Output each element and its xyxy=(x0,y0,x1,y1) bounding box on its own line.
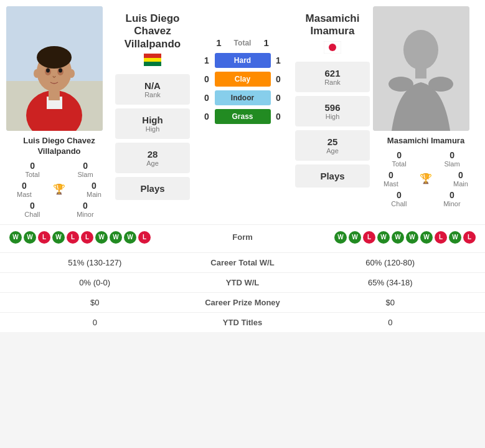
left-main-stat: 0 Main xyxy=(87,181,101,198)
hard-badge: Hard xyxy=(215,53,271,68)
stats-center-label: YTD W/L xyxy=(181,278,305,287)
indoor-row: 0 Indoor 0 xyxy=(199,90,286,105)
svg-point-11 xyxy=(59,69,62,73)
right-minor-stat: 0 Minor xyxy=(443,190,461,207)
svg-point-21 xyxy=(403,30,438,70)
stats-left-value: 0% (0-0) xyxy=(9,278,181,287)
form-badge-l: L xyxy=(81,231,93,244)
stats-center-label: YTD Titles xyxy=(181,318,305,327)
right-player-name: Masamichi Imamura xyxy=(373,136,479,146)
right-mast-stat: 0 Mast xyxy=(384,170,398,188)
stats-center-label: Career Prize Money xyxy=(181,298,305,307)
svg-point-10 xyxy=(46,69,50,73)
grass-badge: Grass xyxy=(215,109,271,124)
left-player-photo xyxy=(6,6,103,131)
stats-right-value: 65% (34-18) xyxy=(305,278,476,287)
form-badge-w: W xyxy=(449,231,461,244)
left-plays-box: Plays xyxy=(115,177,190,200)
left-player-name: Luis Diego Chavez Villalpando xyxy=(6,136,112,157)
stats-bottom-row: 0YTD Titles0 xyxy=(0,312,485,332)
court-comparison-column: 1 Total 1 1 Hard 1 0 Clay 0 0 Indoor xyxy=(193,6,292,218)
stats-bottom-row: 0% (0-0)YTD W/L65% (34-18) xyxy=(0,272,485,292)
form-badge-w: W xyxy=(24,231,36,244)
right-player-column: Masamichi Imamura 0 Total 0 Slam 0 Mast … xyxy=(373,6,479,218)
stats-bottom-row: $0Career Prize Money$0 xyxy=(0,292,485,312)
left-chall-stat: 0 Chall xyxy=(24,201,40,218)
svg-point-19 xyxy=(329,44,336,51)
right-form-badges: WWLWWWWLWL xyxy=(334,231,476,244)
stats-right-value: $0 xyxy=(305,298,476,307)
svg-rect-14 xyxy=(49,89,60,100)
form-badge-w: W xyxy=(334,231,347,244)
form-badge-l: L xyxy=(138,231,151,244)
form-row: WWLWLLWWWL Form WWLWWWWLWL xyxy=(9,231,476,244)
form-badge-w: W xyxy=(52,231,65,244)
left-stats-column: Luis Diego Chavez Villalpando N/A Rank H… xyxy=(115,6,190,218)
right-rank-box: 621 Rank xyxy=(295,62,370,92)
stats-right-value: 60% (120-80) xyxy=(305,258,476,267)
left-player-name-header: Luis Diego Chavez Villalpando xyxy=(115,12,190,50)
svg-rect-15 xyxy=(144,54,161,58)
trophy-icon-right: 🏆 xyxy=(420,173,432,184)
form-badge-w: W xyxy=(349,231,361,244)
left-rank-box: N/A Rank xyxy=(115,74,190,105)
svg-rect-16 xyxy=(144,58,161,62)
form-badge-w: W xyxy=(124,231,136,244)
left-player-column: Luis Diego Chavez Villalpando 0 Total 0 … xyxy=(6,6,112,218)
svg-point-23 xyxy=(388,77,413,92)
stats-bottom-row: 51% (130-127)Career Total W/L60% (120-80… xyxy=(0,252,485,272)
form-badge-w: W xyxy=(420,231,433,244)
grass-row: 0 Grass 0 xyxy=(199,109,286,124)
clay-row: 0 Clay 0 xyxy=(199,72,286,87)
form-section: WWLWLLWWWL Form WWLWWWWLWL xyxy=(0,224,485,252)
bottom-stats: 51% (130-127)Career Total W/L60% (120-80… xyxy=(0,252,485,332)
trophy-icon-left: 🏆 xyxy=(53,183,65,195)
comparison-section: Luis Diego Chavez Villalpando 0 Total 0 … xyxy=(0,0,485,224)
right-main-stat: 0 Main xyxy=(453,170,468,188)
main-container: Luis Diego Chavez Villalpando 0 Total 0 … xyxy=(0,0,485,332)
form-badge-l: L xyxy=(38,231,50,244)
right-chall-stat: 0 Chall xyxy=(391,190,407,207)
form-label: Form xyxy=(232,232,253,242)
right-player-name-header: Masamichi Imamura xyxy=(295,12,370,38)
svg-point-13 xyxy=(68,69,75,78)
stats-center-label: Career Total W/L xyxy=(181,258,305,267)
left-flag xyxy=(115,54,190,69)
left-minor-stat: 0 Minor xyxy=(77,201,94,218)
form-badge-w: W xyxy=(392,231,404,244)
stats-right-value: 0 xyxy=(305,318,476,327)
total-row: 1 Total 1 xyxy=(216,37,268,48)
form-badge-w: W xyxy=(377,231,390,244)
svg-point-24 xyxy=(428,77,453,92)
form-badge-l: L xyxy=(363,231,375,244)
right-high-box: 596 High xyxy=(295,96,370,126)
left-high-box: High High xyxy=(115,108,190,139)
form-badge-l: L xyxy=(67,231,79,244)
stats-left-value: 0 xyxy=(9,318,181,327)
svg-rect-22 xyxy=(415,67,426,79)
form-badge-w: W xyxy=(95,231,108,244)
form-badge-l: L xyxy=(463,231,476,244)
svg-point-7 xyxy=(37,46,72,69)
indoor-badge: Indoor xyxy=(215,90,271,105)
svg-rect-17 xyxy=(144,62,161,66)
left-form-badges: WWLWLLWWWL xyxy=(9,231,151,244)
right-stats-column: Masamichi Imamura 621 Rank 596 High 25 A… xyxy=(295,6,370,218)
right-slam-stat: 0 Slam xyxy=(445,150,460,168)
left-mast-stat: 0 Mast xyxy=(17,181,32,198)
form-badge-l: L xyxy=(435,231,447,244)
total-label: Total xyxy=(234,39,252,47)
form-badge-w: W xyxy=(406,231,418,244)
left-total-stat: 0 Total xyxy=(25,161,39,178)
right-age-box: 25 Age xyxy=(295,130,370,161)
left-age-box: 28 Age xyxy=(115,143,190,173)
hard-row: 1 Hard 1 xyxy=(199,53,286,68)
total-right: 1 xyxy=(263,37,268,48)
right-player-photo xyxy=(373,6,469,131)
right-flag xyxy=(295,41,370,57)
right-plays-box: Plays xyxy=(295,164,370,188)
left-slam-stat: 0 Slam xyxy=(78,161,93,178)
stats-left-value: 51% (130-127) xyxy=(9,258,181,267)
stats-left-value: $0 xyxy=(9,298,181,307)
form-badge-w: W xyxy=(110,231,122,244)
